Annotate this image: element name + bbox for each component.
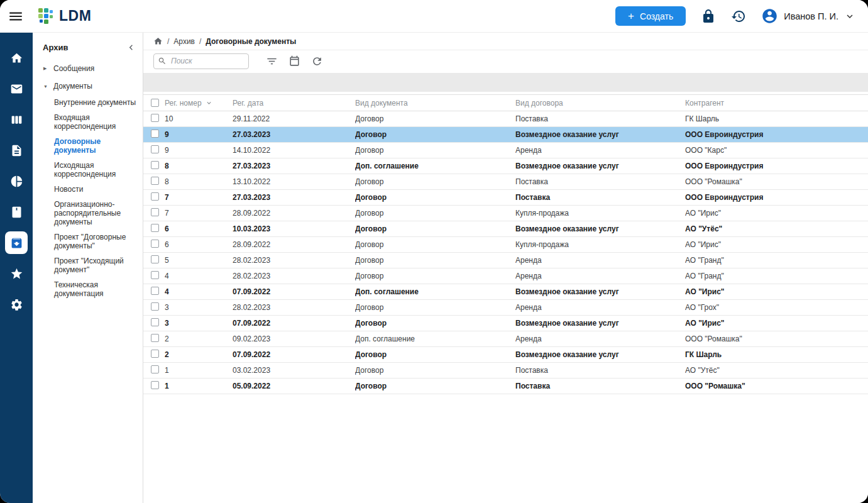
rail-item-mail[interactable] bbox=[5, 77, 28, 100]
cell-contractor: АО "Ирис" bbox=[685, 209, 868, 218]
history-icon[interactable] bbox=[731, 9, 746, 24]
row-checkbox[interactable] bbox=[151, 381, 159, 389]
rail-item-archive[interactable] bbox=[5, 231, 28, 254]
cell-reg-number: 8 bbox=[165, 162, 233, 170]
table-row[interactable]: 9 27.03.2023 Договор Возмездное оказание… bbox=[143, 127, 868, 143]
row-checkbox[interactable] bbox=[151, 240, 159, 248]
table-row[interactable]: 6 10.03.2023 Договор Возмездное оказание… bbox=[143, 221, 868, 237]
table-row[interactable]: 4 07.09.2022 Доп. соглашение Возмездное … bbox=[143, 284, 868, 300]
cell-reg-number: 3 bbox=[165, 303, 233, 312]
hamburger-menu-button[interactable] bbox=[8, 8, 24, 25]
sidebar-item-label: Внутренние документы bbox=[54, 98, 136, 107]
calendar-icon[interactable] bbox=[288, 55, 300, 67]
row-checkbox[interactable] bbox=[151, 177, 159, 185]
row-checkbox[interactable] bbox=[151, 192, 159, 201]
cell-reg-number: 4 bbox=[165, 272, 233, 280]
row-checkbox[interactable] bbox=[151, 334, 159, 342]
rail-item-document[interactable] bbox=[5, 139, 28, 162]
column-header-contract-type[interactable]: Вид договора bbox=[515, 99, 685, 108]
rail-item-book[interactable] bbox=[5, 201, 28, 223]
sidebar-item-label: Проект "Исходящий документ" bbox=[54, 257, 124, 274]
sidebar-item[interactable]: Проект "Исходящий документ" bbox=[33, 253, 143, 277]
cell-contractor: ООО Евроиндустрия bbox=[685, 130, 868, 139]
breadcrumb: / Архив / Договорные документы bbox=[143, 33, 868, 50]
sidebar-item[interactable]: Договорные документы bbox=[33, 134, 143, 158]
row-checkbox[interactable] bbox=[151, 114, 159, 122]
row-checkbox[interactable] bbox=[151, 161, 159, 169]
cell-doc-type: Доп. соглашение bbox=[355, 334, 515, 343]
cell-contract-type: Поставка bbox=[515, 366, 685, 375]
tree-expanded-icon[interactable]: ▼ bbox=[43, 84, 48, 89]
row-checkbox[interactable] bbox=[151, 350, 159, 358]
refresh-icon[interactable] bbox=[311, 55, 323, 67]
table-row[interactable]: 7 27.03.2023 Договор Поставка ООО Евроин… bbox=[143, 190, 868, 206]
table-row[interactable]: 1 05.09.2022 Договор Поставка ООО "Ромаш… bbox=[143, 379, 868, 394]
cell-contractor: АО "Грох" bbox=[685, 303, 868, 312]
column-header-reg-number[interactable]: Рег. номер bbox=[165, 99, 233, 108]
table-row[interactable]: 8 27.03.2023 Доп. соглашение Возмездное … bbox=[143, 158, 868, 174]
table-row[interactable]: 8 13.10.2022 Договор Поставка ООО "Ромаш… bbox=[143, 174, 868, 190]
table-row[interactable]: 7 28.09.2022 Договор Купля-продажа АО "И… bbox=[143, 206, 868, 221]
table-row[interactable]: 4 28.02.2023 Договор Аренда АО "Гранд" bbox=[143, 268, 868, 284]
cell-reg-number: 4 bbox=[165, 287, 233, 296]
sidebar-item[interactable]: Новости bbox=[33, 182, 143, 197]
cell-reg-number: 7 bbox=[165, 193, 233, 202]
select-all-checkbox[interactable] bbox=[151, 99, 159, 107]
sidebar-item[interactable]: Входящая корреспонденция bbox=[33, 110, 143, 134]
collapse-sidebar-icon[interactable] bbox=[126, 42, 136, 53]
sidebar-item[interactable]: Внутренние документы bbox=[33, 95, 143, 110]
rail-item-kanban[interactable] bbox=[5, 108, 28, 131]
table-row[interactable]: 10 29.11.2022 Договор Поставка ГК Шарль bbox=[143, 111, 868, 127]
filter-icon[interactable] bbox=[266, 55, 278, 67]
create-button[interactable]: + Создать bbox=[615, 6, 686, 26]
cell-reg-date: 03.02.2023 bbox=[233, 366, 355, 375]
row-checkbox[interactable] bbox=[151, 208, 159, 216]
sidebar-item[interactable]: ▼Документы bbox=[33, 77, 143, 95]
cell-contractor: ООО "Ромашка" bbox=[685, 177, 868, 186]
row-checkbox[interactable] bbox=[151, 365, 159, 373]
row-checkbox[interactable] bbox=[151, 145, 159, 153]
column-header-doc-type[interactable]: Вид документа bbox=[355, 99, 515, 108]
row-checkbox[interactable] bbox=[151, 130, 159, 138]
table-row[interactable]: 5 28.02.2023 Договор Аренда АО "Гранд" bbox=[143, 253, 868, 268]
cell-contract-type: Поставка bbox=[515, 177, 685, 186]
column-header-reg-date[interactable]: Рег. дата bbox=[233, 99, 355, 108]
column-header-contractor[interactable]: Контрагент bbox=[685, 99, 868, 108]
row-checkbox[interactable] bbox=[151, 318, 159, 326]
lock-icon[interactable] bbox=[701, 9, 716, 24]
breadcrumb-current: Договорные документы bbox=[206, 37, 296, 46]
sidebar-item-label: Документы bbox=[53, 82, 92, 91]
breadcrumb-archive[interactable]: Архив bbox=[173, 37, 195, 46]
search-input[interactable] bbox=[153, 53, 249, 69]
row-checkbox[interactable] bbox=[151, 224, 159, 232]
table-row[interactable]: 2 09.02.2023 Доп. соглашение Аренда ООО … bbox=[143, 331, 868, 347]
rail-item-star[interactable] bbox=[5, 262, 28, 285]
table-row[interactable]: 3 07.09.2022 Договор Возмездное оказание… bbox=[143, 316, 868, 331]
row-checkbox[interactable] bbox=[151, 302, 159, 311]
row-checkbox[interactable] bbox=[151, 271, 159, 279]
sidebar: Архив ▶Сообщения▼ДокументыВнутренние док… bbox=[33, 33, 143, 503]
breadcrumb-separator: / bbox=[167, 37, 169, 46]
rail-item-home[interactable] bbox=[5, 47, 28, 69]
home-breadcrumb-icon[interactable] bbox=[153, 36, 163, 46]
table-row[interactable]: 9 14.10.2022 Договор Аренда ООО "Карс" bbox=[143, 143, 868, 158]
rail-item-settings[interactable] bbox=[5, 293, 28, 316]
table-row[interactable]: 2 07.09.2022 Договор Возмездное оказание… bbox=[143, 347, 868, 363]
sidebar-item[interactable]: Организационно-распорядительные документ… bbox=[33, 197, 143, 229]
cell-doc-type: Договор bbox=[355, 319, 515, 328]
sidebar-item[interactable]: Исходящая корреспонденция bbox=[33, 158, 143, 182]
cell-reg-date: 28.02.2023 bbox=[233, 303, 355, 312]
table-row[interactable]: 1 03.02.2023 Договор Поставка АО "Утёс" bbox=[143, 363, 868, 379]
row-checkbox[interactable] bbox=[151, 255, 159, 263]
sort-icon[interactable] bbox=[205, 99, 213, 107]
user-menu[interactable]: Иванов П. И. bbox=[761, 8, 855, 25]
table-row[interactable]: 3 28.02.2023 Договор Аренда АО "Грох" bbox=[143, 300, 868, 316]
rail-item-pie-chart[interactable] bbox=[5, 170, 28, 192]
sidebar-item[interactable]: Техническая документация bbox=[33, 277, 143, 301]
row-checkbox[interactable] bbox=[151, 287, 159, 295]
table-row[interactable]: 6 28.09.2022 Договор Купля-продажа АО "И… bbox=[143, 237, 868, 253]
tree-collapsed-icon[interactable]: ▶ bbox=[43, 66, 48, 71]
cell-contractor: ООО Евроиндустрия bbox=[685, 162, 868, 170]
sidebar-item[interactable]: Проект "Договорные документы" bbox=[33, 229, 143, 253]
sidebar-item[interactable]: ▶Сообщения bbox=[33, 60, 143, 77]
